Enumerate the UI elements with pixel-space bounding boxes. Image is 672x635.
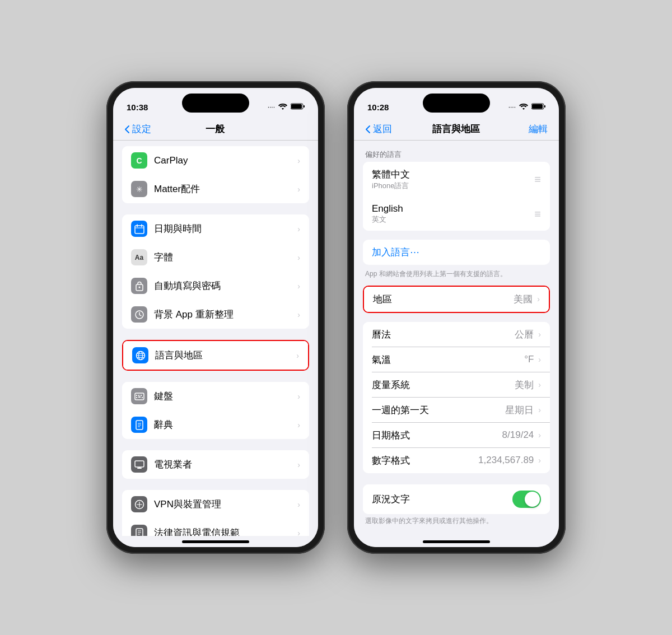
time-left: 10:38: [127, 102, 148, 112]
row-language[interactable]: 語言與地區 ›: [123, 341, 308, 370]
lang-row-en[interactable]: English 英文 ≡: [363, 197, 550, 231]
wifi-icon-left: [278, 103, 287, 111]
datetime-icon: [131, 221, 147, 237]
svg-rect-37: [544, 105, 545, 108]
dictionary-icon: [131, 417, 147, 433]
temp-chevron: ›: [538, 355, 541, 364]
matter-chevron: ›: [297, 185, 300, 194]
datetime-label: 日期與時間: [154, 222, 295, 235]
row-temp[interactable]: 氣溫 °F ›: [363, 347, 550, 372]
lang-zh-group: 繁體中文 iPhone語言: [372, 168, 534, 191]
live-text-toggle[interactable]: [512, 491, 541, 508]
svg-rect-3: [135, 226, 144, 234]
row-carplay[interactable]: C CarPlay ›: [122, 146, 309, 175]
carplay-chevron: ›: [297, 156, 300, 165]
row-legal[interactable]: 法律資訊與電信規範 ›: [122, 519, 309, 536]
page-title-left: 一般: [206, 123, 225, 136]
row-calendar[interactable]: 曆法 公曆 ›: [363, 322, 550, 347]
autofill-chevron: ›: [297, 282, 300, 291]
settings-group-3: 語言與地區 ›: [123, 341, 308, 370]
measurement-value: 美制: [515, 379, 534, 391]
temp-label: 氣溫: [372, 353, 524, 366]
region-row[interactable]: 地區 美國 ›: [364, 287, 549, 312]
row-live-text[interactable]: 原況文字: [363, 484, 550, 514]
signal-icon-right: ····: [508, 103, 516, 111]
edit-button[interactable]: 編輯: [520, 123, 548, 136]
svg-rect-26: [135, 461, 144, 467]
settings-group-2: 日期與時間 › Aa 字體 › 自動填寫與密碼 ›: [122, 214, 309, 329]
svg-point-8: [138, 286, 140, 288]
svg-rect-16: [136, 395, 137, 396]
lang-en-main: English: [372, 203, 534, 214]
settings-group-1: C CarPlay › ✳ Matter配件 ›: [122, 146, 309, 203]
battery-icon-left: [291, 103, 305, 111]
temp-value: °F: [524, 354, 534, 365]
iphone-right: 10:28 ···· 返回 語言與地區 編輯: [347, 81, 566, 554]
scroll-right[interactable]: 偏好的語言 繁體中文 iPhone語言 ≡ English 英文 ≡: [354, 141, 559, 536]
row-datetime[interactable]: 日期與時間 ›: [122, 214, 309, 243]
lang-zh-main: 繁體中文: [372, 168, 534, 181]
screen-left: 10:38 ···· 設定 一般: [113, 88, 318, 547]
background-label: 背景 App 重新整理: [154, 308, 295, 321]
wifi-icon-right: [519, 103, 528, 111]
row-number-format[interactable]: 數字格式 1,234,567.89 ›: [363, 448, 550, 473]
svg-rect-2: [304, 105, 305, 108]
home-indicator-right: [354, 536, 559, 547]
background-icon: [131, 306, 147, 323]
home-bar-right: [423, 540, 490, 543]
row-autofill[interactable]: 自動填寫與密碼 ›: [122, 272, 309, 300]
row-tv[interactable]: 電視業者 ›: [122, 450, 309, 479]
measurement-chevron: ›: [538, 380, 541, 389]
home-indicator-left: [113, 536, 318, 547]
row-font[interactable]: Aa 字體 ›: [122, 243, 309, 272]
preferred-section-title: 偏好的語言: [354, 145, 559, 162]
row-keyboard[interactable]: 鍵盤 ›: [122, 382, 309, 410]
autofill-icon: [131, 278, 147, 294]
nav-bar-right: 返回 語言與地區 編輯: [354, 118, 559, 140]
svg-rect-20: [138, 396, 141, 398]
page-title-right: 語言與地區: [432, 123, 480, 136]
language-label: 語言與地區: [155, 349, 294, 362]
app-note: App 和網站會使用列表上第一個有支援的語言。: [354, 267, 559, 286]
lang-en-group: English 英文: [372, 203, 534, 225]
first-day-chevron: ›: [538, 405, 541, 414]
row-dictionary[interactable]: 辭典 ›: [122, 410, 309, 439]
svg-rect-1: [291, 104, 302, 109]
battery-icon-right: [531, 103, 545, 111]
autofill-label: 自動填寫與密碼: [154, 279, 295, 292]
signal-icon-left: ····: [268, 103, 275, 111]
zh-handle-icon: ≡: [534, 173, 541, 186]
first-day-label: 一週的第一天: [372, 404, 505, 417]
live-text-group: 原況文字: [363, 484, 550, 514]
add-lang-button[interactable]: 加入語言⋯: [363, 240, 550, 265]
time-right: 10:28: [367, 102, 389, 112]
back-button-right[interactable]: 返回: [365, 123, 392, 136]
region-highlight-wrapper: 地區 美國 ›: [363, 286, 550, 313]
row-first-day[interactable]: 一週的第一天 星期日 ›: [363, 398, 550, 423]
add-lang-container: 加入語言⋯: [363, 240, 550, 265]
lang-row-zh[interactable]: 繁體中文 iPhone語言 ≡: [363, 162, 550, 197]
font-icon: Aa: [131, 249, 147, 265]
number-format-label: 數字格式: [372, 454, 478, 467]
keyboard-label: 鍵盤: [154, 390, 295, 403]
row-background[interactable]: 背景 App 重新整理 ›: [122, 300, 309, 329]
dynamic-island-right: [423, 94, 490, 113]
row-measurement[interactable]: 度量系統 美制 ›: [363, 372, 550, 398]
calendar-chevron: ›: [538, 330, 541, 339]
font-label: 字體: [154, 251, 295, 264]
row-matter[interactable]: ✳ Matter配件 ›: [122, 175, 309, 203]
date-format-value: 8/19/24: [502, 429, 534, 441]
tv-chevron: ›: [297, 460, 300, 469]
top-spacer: [113, 141, 318, 146]
legal-label: 法律資訊與電信規範: [154, 526, 295, 536]
scroll-left[interactable]: C CarPlay › ✳ Matter配件 › 日期與時間: [113, 141, 318, 536]
row-vpn[interactable]: VPN與裝置管理 ›: [122, 490, 309, 519]
row-date-format[interactable]: 日期格式 8/19/24 ›: [363, 423, 550, 448]
status-icons-right: ····: [508, 103, 545, 111]
en-handle-icon: ≡: [534, 208, 541, 221]
datetime-chevron: ›: [297, 225, 300, 234]
back-button-left[interactable]: 設定: [124, 123, 151, 136]
background-chevron: ›: [297, 310, 300, 319]
number-format-value: 1,234,567.89: [478, 455, 534, 466]
calendar-value: 公曆: [515, 328, 534, 341]
